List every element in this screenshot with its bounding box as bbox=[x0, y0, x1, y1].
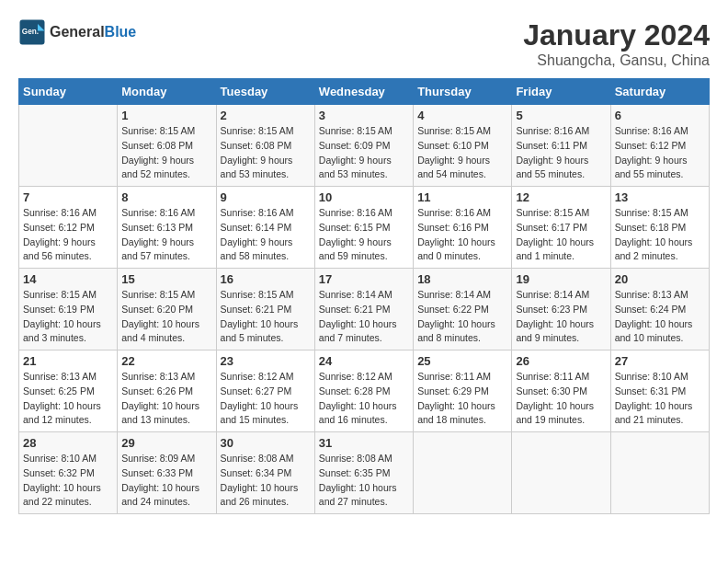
calendar-week-5: 28Sunrise: 8:10 AMSunset: 6:32 PMDayligh… bbox=[19, 432, 710, 514]
logo-general-text: General bbox=[50, 24, 105, 40]
logo-icon: Gen. bbox=[18, 18, 46, 46]
day-number: 27 bbox=[615, 354, 705, 368]
calendar-day: 6Sunrise: 8:16 AMSunset: 6:12 PMDaylight… bbox=[610, 105, 709, 187]
day-info: Sunrise: 8:13 AMSunset: 6:25 PMDaylight:… bbox=[23, 370, 113, 428]
day-number: 30 bbox=[221, 436, 311, 450]
day-info: Sunrise: 8:13 AMSunset: 6:26 PMDaylight:… bbox=[121, 370, 211, 428]
day-info: Sunrise: 8:08 AMSunset: 6:35 PMDaylight:… bbox=[319, 452, 409, 510]
weekday-header-sunday: Sunday bbox=[19, 79, 118, 105]
day-info: Sunrise: 8:16 AMSunset: 6:12 PMDaylight:… bbox=[23, 206, 113, 264]
day-number: 24 bbox=[319, 354, 409, 368]
day-number: 25 bbox=[417, 354, 507, 368]
day-number: 8 bbox=[121, 190, 211, 204]
calendar-day: 22Sunrise: 8:13 AMSunset: 6:26 PMDayligh… bbox=[118, 350, 216, 432]
day-info: Sunrise: 8:16 AMSunset: 6:12 PMDaylight:… bbox=[615, 124, 705, 182]
day-number: 11 bbox=[417, 190, 507, 204]
calendar-day bbox=[414, 432, 512, 514]
calendar-day: 18Sunrise: 8:14 AMSunset: 6:22 PMDayligh… bbox=[414, 269, 512, 350]
calendar-day: 1Sunrise: 8:15 AMSunset: 6:08 PMDaylight… bbox=[118, 105, 216, 187]
day-info: Sunrise: 8:11 AMSunset: 6:30 PMDaylight:… bbox=[516, 370, 606, 428]
calendar-day: 12Sunrise: 8:15 AMSunset: 6:17 PMDayligh… bbox=[512, 187, 610, 269]
calendar-day: 5Sunrise: 8:16 AMSunset: 6:11 PMDaylight… bbox=[512, 105, 610, 187]
day-info: Sunrise: 8:15 AMSunset: 6:19 PMDaylight:… bbox=[23, 288, 113, 346]
calendar-week-1: 1Sunrise: 8:15 AMSunset: 6:08 PMDaylight… bbox=[19, 105, 710, 187]
day-number: 20 bbox=[615, 272, 705, 286]
day-number: 17 bbox=[319, 272, 409, 286]
day-number: 4 bbox=[417, 109, 507, 122]
day-number: 9 bbox=[221, 190, 311, 204]
day-number: 7 bbox=[23, 190, 113, 204]
day-number: 2 bbox=[221, 109, 311, 122]
calendar-day: 11Sunrise: 8:16 AMSunset: 6:16 PMDayligh… bbox=[414, 187, 512, 269]
day-number: 23 bbox=[221, 354, 311, 368]
day-number: 6 bbox=[615, 109, 705, 122]
day-number: 12 bbox=[516, 190, 606, 204]
calendar-day: 21Sunrise: 8:13 AMSunset: 6:25 PMDayligh… bbox=[19, 350, 118, 432]
calendar-body: 1Sunrise: 8:15 AMSunset: 6:08 PMDaylight… bbox=[19, 105, 710, 514]
day-number: 14 bbox=[23, 272, 113, 286]
day-info: Sunrise: 8:15 AMSunset: 6:21 PMDaylight:… bbox=[221, 288, 311, 346]
day-info: Sunrise: 8:15 AMSunset: 6:09 PMDaylight:… bbox=[319, 124, 409, 182]
weekday-row: SundayMondayTuesdayWednesdayThursdayFrid… bbox=[19, 79, 710, 105]
page-subtitle: Shuangcha, Gansu, China bbox=[523, 52, 710, 69]
day-info: Sunrise: 8:12 AMSunset: 6:28 PMDaylight:… bbox=[319, 370, 409, 428]
calendar-day: 10Sunrise: 8:16 AMSunset: 6:15 PMDayligh… bbox=[314, 187, 413, 269]
calendar-week-2: 7Sunrise: 8:16 AMSunset: 6:12 PMDaylight… bbox=[19, 187, 710, 269]
day-number: 26 bbox=[516, 354, 606, 368]
weekday-header-thursday: Thursday bbox=[414, 79, 512, 105]
logo-blue-text: Blue bbox=[105, 24, 137, 40]
calendar-day: 17Sunrise: 8:14 AMSunset: 6:21 PMDayligh… bbox=[314, 269, 413, 350]
calendar-day: 27Sunrise: 8:10 AMSunset: 6:31 PMDayligh… bbox=[610, 350, 709, 432]
calendar-day: 19Sunrise: 8:14 AMSunset: 6:23 PMDayligh… bbox=[512, 269, 610, 350]
day-number: 22 bbox=[121, 354, 211, 368]
day-info: Sunrise: 8:15 AMSunset: 6:20 PMDaylight:… bbox=[121, 288, 211, 346]
day-number: 15 bbox=[121, 272, 211, 286]
calendar-day: 24Sunrise: 8:12 AMSunset: 6:28 PMDayligh… bbox=[314, 350, 413, 432]
calendar-day: 20Sunrise: 8:13 AMSunset: 6:24 PMDayligh… bbox=[610, 269, 709, 350]
weekday-header-saturday: Saturday bbox=[610, 79, 709, 105]
day-number: 16 bbox=[221, 272, 311, 286]
calendar-day: 14Sunrise: 8:15 AMSunset: 6:19 PMDayligh… bbox=[19, 269, 118, 350]
day-info: Sunrise: 8:16 AMSunset: 6:13 PMDaylight:… bbox=[121, 206, 211, 264]
page-title: January 2024 bbox=[523, 18, 710, 52]
day-info: Sunrise: 8:15 AMSunset: 6:17 PMDaylight:… bbox=[516, 206, 606, 264]
day-number: 5 bbox=[516, 109, 606, 122]
calendar-day: 31Sunrise: 8:08 AMSunset: 6:35 PMDayligh… bbox=[314, 432, 413, 514]
day-info: Sunrise: 8:16 AMSunset: 6:16 PMDaylight:… bbox=[417, 206, 507, 264]
calendar-day: 26Sunrise: 8:11 AMSunset: 6:30 PMDayligh… bbox=[512, 350, 610, 432]
day-number: 19 bbox=[516, 272, 606, 286]
day-info: Sunrise: 8:09 AMSunset: 6:33 PMDaylight:… bbox=[121, 452, 211, 510]
day-info: Sunrise: 8:15 AMSunset: 6:08 PMDaylight:… bbox=[221, 124, 311, 182]
day-number: 29 bbox=[121, 436, 211, 450]
calendar-day: 16Sunrise: 8:15 AMSunset: 6:21 PMDayligh… bbox=[216, 269, 314, 350]
day-info: Sunrise: 8:12 AMSunset: 6:27 PMDaylight:… bbox=[221, 370, 311, 428]
calendar-day: 30Sunrise: 8:08 AMSunset: 6:34 PMDayligh… bbox=[216, 432, 314, 514]
page-header: Gen. General Blue January 2024 Shuangcha… bbox=[18, 18, 710, 69]
calendar-table: SundayMondayTuesdayWednesdayThursdayFrid… bbox=[18, 78, 710, 514]
calendar-day: 7Sunrise: 8:16 AMSunset: 6:12 PMDaylight… bbox=[19, 187, 118, 269]
calendar-day: 3Sunrise: 8:15 AMSunset: 6:09 PMDaylight… bbox=[314, 105, 413, 187]
calendar-day: 29Sunrise: 8:09 AMSunset: 6:33 PMDayligh… bbox=[118, 432, 216, 514]
svg-text:Gen.: Gen. bbox=[22, 28, 39, 36]
day-info: Sunrise: 8:14 AMSunset: 6:22 PMDaylight:… bbox=[417, 288, 507, 346]
day-info: Sunrise: 8:15 AMSunset: 6:08 PMDaylight:… bbox=[121, 124, 211, 182]
day-info: Sunrise: 8:11 AMSunset: 6:29 PMDaylight:… bbox=[417, 370, 507, 428]
calendar-day: 28Sunrise: 8:10 AMSunset: 6:32 PMDayligh… bbox=[19, 432, 118, 514]
calendar-day: 4Sunrise: 8:15 AMSunset: 6:10 PMDaylight… bbox=[414, 105, 512, 187]
calendar-day bbox=[610, 432, 709, 514]
day-info: Sunrise: 8:08 AMSunset: 6:34 PMDaylight:… bbox=[221, 452, 311, 510]
day-info: Sunrise: 8:16 AMSunset: 6:14 PMDaylight:… bbox=[221, 206, 311, 264]
calendar-day bbox=[19, 105, 118, 187]
calendar-day: 2Sunrise: 8:15 AMSunset: 6:08 PMDaylight… bbox=[216, 105, 314, 187]
calendar-day: 23Sunrise: 8:12 AMSunset: 6:27 PMDayligh… bbox=[216, 350, 314, 432]
calendar-day: 9Sunrise: 8:16 AMSunset: 6:14 PMDaylight… bbox=[216, 187, 314, 269]
logo: Gen. General Blue bbox=[18, 18, 136, 46]
day-number: 3 bbox=[319, 109, 409, 122]
title-area: January 2024 Shuangcha, Gansu, China bbox=[523, 18, 710, 69]
day-info: Sunrise: 8:16 AMSunset: 6:15 PMDaylight:… bbox=[319, 206, 409, 264]
calendar-week-3: 14Sunrise: 8:15 AMSunset: 6:19 PMDayligh… bbox=[19, 269, 710, 350]
weekday-header-monday: Monday bbox=[118, 79, 216, 105]
day-info: Sunrise: 8:15 AMSunset: 6:10 PMDaylight:… bbox=[417, 124, 507, 182]
day-number: 18 bbox=[417, 272, 507, 286]
day-number: 1 bbox=[121, 109, 211, 122]
